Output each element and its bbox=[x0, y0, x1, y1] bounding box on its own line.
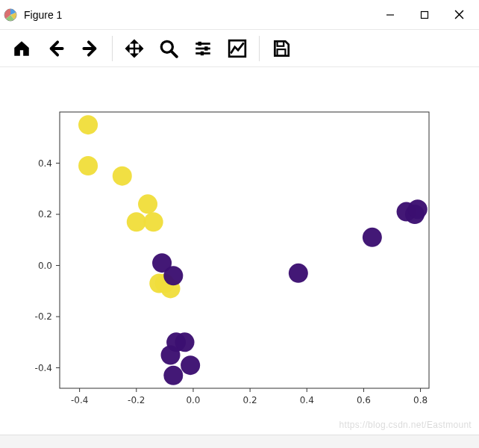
close-button[interactable] bbox=[442, 1, 476, 28]
svg-rect-8 bbox=[198, 41, 201, 45]
svg-rect-12 bbox=[201, 51, 204, 55]
svg-point-55 bbox=[181, 355, 200, 375]
scatter-chart: -0.4-0.20.00.20.40.60.8-0.4-0.20.00.20.4 bbox=[0, 67, 479, 435]
move-icon bbox=[125, 38, 144, 59]
matplotlib-icon bbox=[3, 7, 18, 22]
svg-text:0.4: 0.4 bbox=[38, 158, 52, 169]
zoom-button[interactable] bbox=[154, 34, 183, 63]
svg-text:0.4: 0.4 bbox=[300, 395, 314, 405]
svg-point-51 bbox=[163, 266, 183, 285]
maximize-button[interactable] bbox=[407, 1, 442, 28]
svg-text:0.2: 0.2 bbox=[38, 209, 52, 220]
svg-text:-0.4: -0.4 bbox=[35, 363, 52, 373]
chart-line-icon bbox=[228, 38, 247, 59]
svg-point-43 bbox=[113, 167, 132, 186]
svg-point-46 bbox=[144, 212, 163, 231]
window-title: Figure 1 bbox=[24, 9, 62, 21]
forward-button[interactable] bbox=[76, 34, 104, 63]
svg-point-44 bbox=[127, 212, 146, 231]
svg-point-41 bbox=[78, 115, 98, 134]
home-button[interactable] bbox=[7, 34, 36, 63]
svg-text:0.2: 0.2 bbox=[243, 395, 257, 405]
svg-line-6 bbox=[171, 51, 177, 57]
svg-text:0.0: 0.0 bbox=[38, 261, 52, 271]
zoom-icon bbox=[159, 38, 178, 59]
status-bar bbox=[0, 435, 479, 448]
svg-text:0.6: 0.6 bbox=[357, 395, 371, 405]
svg-text:-0.2: -0.2 bbox=[35, 311, 52, 322]
svg-text:-0.2: -0.2 bbox=[128, 395, 145, 405]
pan-button[interactable] bbox=[120, 34, 148, 63]
arrow-right-icon bbox=[81, 38, 100, 59]
svg-point-61 bbox=[408, 199, 428, 219]
save-button[interactable] bbox=[267, 34, 295, 63]
plot-area[interactable]: -0.4-0.20.00.20.40.60.8-0.4-0.20.00.20.4… bbox=[0, 67, 479, 435]
svg-point-56 bbox=[163, 366, 183, 385]
toolbar bbox=[0, 30, 479, 67]
svg-point-57 bbox=[289, 264, 308, 283]
svg-point-54 bbox=[161, 345, 181, 364]
edit-axis-button[interactable] bbox=[223, 34, 251, 63]
svg-point-45 bbox=[138, 194, 157, 214]
back-button[interactable] bbox=[42, 34, 70, 63]
configure-button[interactable] bbox=[189, 34, 217, 63]
sliders-icon bbox=[193, 38, 213, 59]
svg-point-42 bbox=[78, 156, 98, 175]
toolbar-separator bbox=[259, 36, 260, 61]
svg-text:0.8: 0.8 bbox=[413, 395, 428, 405]
svg-point-58 bbox=[363, 228, 382, 247]
title-bar: Figure 1 bbox=[0, 0, 479, 30]
watermark: https://blog.csdn.net/Eastmount bbox=[339, 420, 472, 430]
svg-text:0.0: 0.0 bbox=[186, 395, 200, 405]
minimize-button[interactable] bbox=[373, 1, 407, 28]
home-icon bbox=[12, 38, 31, 59]
save-icon bbox=[272, 38, 291, 59]
svg-rect-16 bbox=[60, 112, 429, 388]
svg-rect-2 bbox=[422, 11, 428, 18]
svg-text:-0.4: -0.4 bbox=[71, 395, 88, 405]
svg-rect-10 bbox=[204, 46, 207, 50]
arrow-left-icon bbox=[46, 38, 66, 59]
svg-rect-14 bbox=[278, 41, 284, 46]
toolbar-separator bbox=[112, 36, 113, 61]
